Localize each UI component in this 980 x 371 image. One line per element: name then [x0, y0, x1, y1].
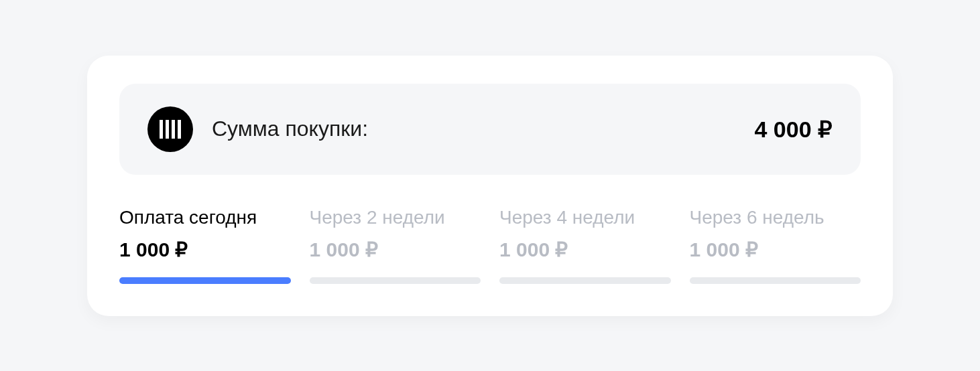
- installment-2-weeks: Через 2 недели 1 000 ₽: [310, 207, 481, 284]
- installment-progress-bar: [310, 277, 481, 284]
- installment-4-weeks: Через 4 недели 1 000 ₽: [499, 207, 671, 284]
- brand-logo-icon: [147, 106, 193, 152]
- installment-amount: 1 000 ₽: [690, 238, 861, 261]
- installment-6-weeks: Через 6 недель 1 000 ₽: [690, 207, 861, 284]
- purchase-summary: Сумма покупки: 4 000 ₽: [119, 84, 861, 175]
- installment-amount: 1 000 ₽: [310, 238, 481, 261]
- installment-label: Через 4 недели: [499, 207, 671, 228]
- installment-progress-bar: [499, 277, 671, 284]
- installment-amount: 1 000 ₽: [119, 238, 291, 261]
- payment-split-card: Сумма покупки: 4 000 ₽ Оплата сегодня 1 …: [87, 56, 893, 316]
- purchase-total-label: Сумма покупки:: [212, 117, 735, 141]
- installments-row: Оплата сегодня 1 000 ₽ Через 2 недели 1 …: [119, 207, 861, 284]
- installment-label: Через 6 недель: [690, 207, 861, 228]
- installment-today: Оплата сегодня 1 000 ₽: [119, 207, 291, 284]
- installment-label: Оплата сегодня: [119, 207, 291, 228]
- installment-amount: 1 000 ₽: [499, 238, 671, 261]
- installment-progress-bar: [690, 277, 861, 284]
- purchase-total-amount: 4 000 ₽: [754, 116, 833, 143]
- installment-progress-bar: [119, 277, 291, 284]
- installment-label: Через 2 недели: [310, 207, 481, 228]
